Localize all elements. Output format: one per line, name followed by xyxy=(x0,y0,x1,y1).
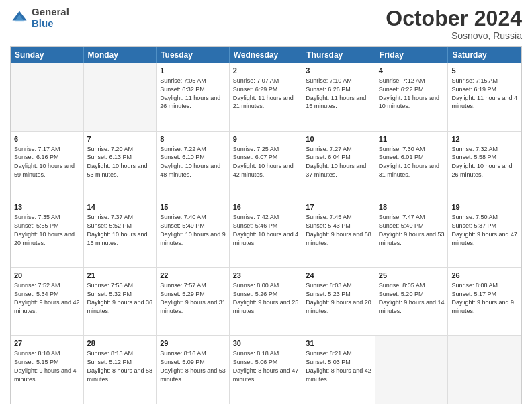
weekday-header-wednesday: Wednesday xyxy=(230,47,303,63)
sun-info: Sunrise: 7:15 AM Sunset: 6:19 PM Dayligh… xyxy=(451,77,517,109)
sun-info: Sunrise: 7:40 AM Sunset: 5:49 PM Dayligh… xyxy=(160,214,226,246)
month-title: October 2024 xyxy=(386,7,522,30)
sun-info: Sunrise: 7:07 AM Sunset: 6:29 PM Dayligh… xyxy=(233,77,294,109)
day-cell-7: 7Sunrise: 7:20 AM Sunset: 6:13 PM Daylig… xyxy=(84,132,157,199)
page: General Blue October 2024 Sosnovo, Russi… xyxy=(0,0,532,411)
weekday-header-thursday: Thursday xyxy=(302,47,375,63)
day-number: 15 xyxy=(160,202,226,212)
day-number: 13 xyxy=(14,202,80,212)
day-cell-1: 1Sunrise: 7:05 AM Sunset: 6:32 PM Daylig… xyxy=(157,63,230,131)
sun-info: Sunrise: 7:12 AM Sunset: 6:22 PM Dayligh… xyxy=(379,77,439,109)
sun-info: Sunrise: 7:17 AM Sunset: 6:16 PM Dayligh… xyxy=(14,146,75,178)
calendar: SundayMondayTuesdayWednesdayThursdayFrid… xyxy=(10,46,522,404)
weekday-header-monday: Monday xyxy=(84,47,157,63)
day-cell-empty-0-1 xyxy=(84,63,157,131)
sun-info: Sunrise: 8:03 AM Sunset: 5:23 PM Dayligh… xyxy=(306,282,371,314)
day-number: 12 xyxy=(451,134,518,144)
sun-info: Sunrise: 7:37 AM Sunset: 5:52 PM Dayligh… xyxy=(87,214,148,246)
day-number: 29 xyxy=(160,338,226,349)
sun-info: Sunrise: 7:47 AM Sunset: 5:40 PM Dayligh… xyxy=(379,214,445,246)
day-cell-6: 6Sunrise: 7:17 AM Sunset: 6:16 PM Daylig… xyxy=(11,132,84,199)
day-cell-11: 11Sunrise: 7:30 AM Sunset: 6:01 PM Dayli… xyxy=(375,132,449,199)
day-number: 27 xyxy=(14,338,80,349)
logo-general-text: General xyxy=(32,6,69,17)
day-number: 24 xyxy=(306,271,371,281)
day-cell-16: 16Sunrise: 7:42 AM Sunset: 5:46 PM Dayli… xyxy=(230,199,303,267)
day-cell-21: 21Sunrise: 7:55 AM Sunset: 5:32 PM Dayli… xyxy=(84,268,157,336)
day-number: 23 xyxy=(233,271,299,281)
day-cell-9: 9Sunrise: 7:25 AM Sunset: 6:07 PM Daylig… xyxy=(230,132,303,199)
day-number: 22 xyxy=(160,271,226,281)
header: General Blue October 2024 Sosnovo, Russi… xyxy=(10,7,522,41)
weekday-header-friday: Friday xyxy=(375,47,449,63)
sun-info: Sunrise: 8:18 AM Sunset: 5:06 PM Dayligh… xyxy=(233,350,299,382)
day-cell-13: 13Sunrise: 7:35 AM Sunset: 5:55 PM Dayli… xyxy=(11,199,84,267)
day-cell-empty-4-6 xyxy=(448,336,521,404)
day-cell-28: 28Sunrise: 8:13 AM Sunset: 5:12 PM Dayli… xyxy=(84,336,157,404)
day-number: 10 xyxy=(306,134,371,144)
day-number: 3 xyxy=(306,66,371,76)
location: Sosnovo, Russia xyxy=(386,30,522,41)
sun-info: Sunrise: 7:27 AM Sunset: 6:04 PM Dayligh… xyxy=(306,146,366,178)
weekday-header-tuesday: Tuesday xyxy=(157,47,230,63)
day-cell-24: 24Sunrise: 8:03 AM Sunset: 5:23 PM Dayli… xyxy=(302,268,375,336)
day-number: 25 xyxy=(379,271,445,281)
day-number: 5 xyxy=(451,66,518,76)
calendar-row-4: 27Sunrise: 8:10 AM Sunset: 5:15 PM Dayli… xyxy=(11,336,521,404)
day-number: 2 xyxy=(233,66,299,76)
day-cell-25: 25Sunrise: 8:05 AM Sunset: 5:20 PM Dayli… xyxy=(375,268,449,336)
day-cell-26: 26Sunrise: 8:08 AM Sunset: 5:17 PM Dayli… xyxy=(448,268,521,336)
day-number: 28 xyxy=(87,338,153,349)
sun-info: Sunrise: 7:22 AM Sunset: 6:10 PM Dayligh… xyxy=(160,146,220,178)
calendar-row-2: 13Sunrise: 7:35 AM Sunset: 5:55 PM Dayli… xyxy=(11,199,521,268)
sun-info: Sunrise: 7:35 AM Sunset: 5:55 PM Dayligh… xyxy=(14,214,75,246)
day-cell-19: 19Sunrise: 7:50 AM Sunset: 5:37 PM Dayli… xyxy=(448,199,521,267)
sun-info: Sunrise: 8:21 AM Sunset: 5:03 PM Dayligh… xyxy=(306,350,371,382)
sun-info: Sunrise: 8:00 AM Sunset: 5:26 PM Dayligh… xyxy=(233,282,299,314)
sun-info: Sunrise: 7:30 AM Sunset: 6:01 PM Dayligh… xyxy=(379,146,439,178)
sun-info: Sunrise: 7:55 AM Sunset: 5:32 PM Dayligh… xyxy=(87,282,153,314)
day-cell-empty-4-5 xyxy=(375,336,449,404)
calendar-row-0: 1Sunrise: 7:05 AM Sunset: 6:32 PM Daylig… xyxy=(11,63,521,132)
logo: General Blue xyxy=(10,7,69,29)
day-cell-15: 15Sunrise: 7:40 AM Sunset: 5:49 PM Dayli… xyxy=(157,199,230,267)
day-number: 9 xyxy=(233,134,299,144)
day-number: 17 xyxy=(306,202,371,212)
sun-info: Sunrise: 7:25 AM Sunset: 6:07 PM Dayligh… xyxy=(233,146,294,178)
sun-info: Sunrise: 7:10 AM Sunset: 6:26 PM Dayligh… xyxy=(306,77,366,109)
day-cell-2: 2Sunrise: 7:07 AM Sunset: 6:29 PM Daylig… xyxy=(230,63,303,131)
sun-info: Sunrise: 7:50 AM Sunset: 5:37 PM Dayligh… xyxy=(451,214,517,246)
day-number: 7 xyxy=(87,134,153,144)
weekday-header-sunday: Sunday xyxy=(11,47,84,63)
day-cell-3: 3Sunrise: 7:10 AM Sunset: 6:26 PM Daylig… xyxy=(302,63,375,131)
day-number: 4 xyxy=(379,66,445,76)
day-cell-5: 5Sunrise: 7:15 AM Sunset: 6:19 PM Daylig… xyxy=(448,63,521,131)
day-cell-27: 27Sunrise: 8:10 AM Sunset: 5:15 PM Dayli… xyxy=(11,336,84,404)
sun-info: Sunrise: 8:13 AM Sunset: 5:12 PM Dayligh… xyxy=(87,350,153,382)
calendar-body: 1Sunrise: 7:05 AM Sunset: 6:32 PM Daylig… xyxy=(11,63,521,404)
day-number: 16 xyxy=(233,202,299,212)
sun-info: Sunrise: 8:16 AM Sunset: 5:09 PM Dayligh… xyxy=(160,350,226,382)
day-number: 30 xyxy=(233,338,299,349)
logo-icon xyxy=(10,9,29,28)
calendar-row-3: 20Sunrise: 7:52 AM Sunset: 5:34 PM Dayli… xyxy=(11,268,521,336)
sun-info: Sunrise: 8:08 AM Sunset: 5:17 PM Dayligh… xyxy=(451,282,514,314)
sun-info: Sunrise: 7:32 AM Sunset: 5:58 PM Dayligh… xyxy=(451,146,512,178)
day-cell-12: 12Sunrise: 7:32 AM Sunset: 5:58 PM Dayli… xyxy=(448,132,521,199)
day-number: 8 xyxy=(160,134,226,144)
day-cell-20: 20Sunrise: 7:52 AM Sunset: 5:34 PM Dayli… xyxy=(11,268,84,336)
day-number: 6 xyxy=(14,134,80,144)
day-cell-4: 4Sunrise: 7:12 AM Sunset: 6:22 PM Daylig… xyxy=(375,63,449,131)
sun-info: Sunrise: 7:57 AM Sunset: 5:29 PM Dayligh… xyxy=(160,282,226,314)
day-number: 21 xyxy=(87,271,153,281)
day-number: 31 xyxy=(306,338,371,349)
day-number: 14 xyxy=(87,202,153,212)
day-number: 20 xyxy=(14,271,80,281)
day-cell-29: 29Sunrise: 8:16 AM Sunset: 5:09 PM Dayli… xyxy=(157,336,230,404)
sun-info: Sunrise: 7:20 AM Sunset: 6:13 PM Dayligh… xyxy=(87,146,148,178)
sun-info: Sunrise: 8:05 AM Sunset: 5:20 PM Dayligh… xyxy=(379,282,445,314)
day-number: 19 xyxy=(451,202,518,212)
day-number: 26 xyxy=(451,271,518,281)
day-cell-8: 8Sunrise: 7:22 AM Sunset: 6:10 PM Daylig… xyxy=(157,132,230,199)
day-cell-empty-0-0 xyxy=(11,63,84,131)
